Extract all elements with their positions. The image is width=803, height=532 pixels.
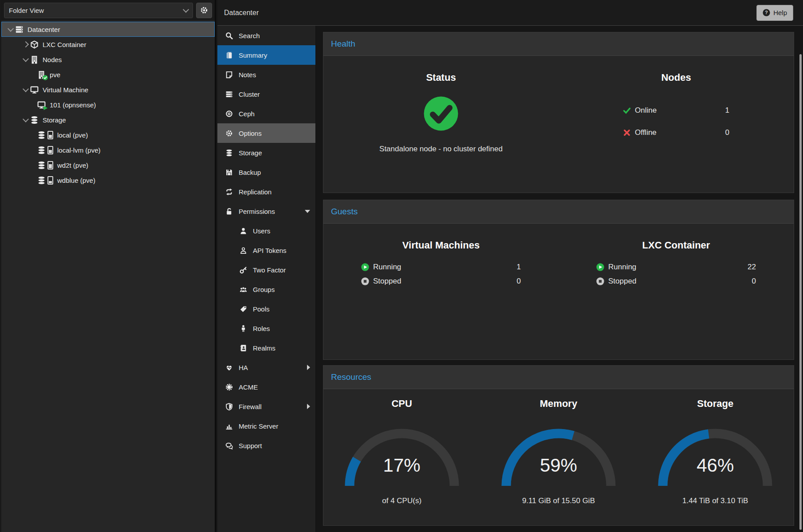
storage-usage-gauge-icon: [47, 131, 53, 139]
book-icon: [225, 51, 233, 59]
menu-item-storage[interactable]: Storage: [217, 143, 315, 162]
menu-item-ceph[interactable]: Ceph: [217, 104, 315, 123]
menu-item-search[interactable]: Search: [217, 26, 315, 45]
menu-item-label: Notes: [239, 71, 256, 79]
view-mode-label: Folder View: [9, 7, 44, 14]
menu-item-pools[interactable]: Pools: [217, 299, 315, 319]
menu-item-acme[interactable]: ACME: [217, 377, 315, 397]
tree-item-label: 101 (opnsense): [50, 101, 96, 109]
tree-item-label: Datacenter: [28, 26, 60, 33]
menu-item-backup[interactable]: Backup: [217, 162, 315, 182]
menu-item-users[interactable]: Users: [217, 221, 315, 240]
comments-icon: [225, 442, 233, 449]
chevron-down-icon[interactable]: [21, 118, 30, 122]
lxc-running-row: Running 22: [596, 260, 756, 274]
menu-item-notes[interactable]: Notes: [217, 65, 315, 84]
tree-item-nodes[interactable]: Nodes: [1, 52, 215, 67]
tree-item-storage-wd2t[interactable]: wd2t (pve): [1, 158, 215, 173]
row-label: Running: [373, 263, 401, 272]
nodes-online-row: Online 1: [623, 99, 729, 122]
tree-item-label: Storage: [43, 116, 66, 124]
database-icon: [30, 116, 39, 124]
status-heading: Status: [323, 56, 559, 83]
vertical-scrollbar[interactable]: [799, 54, 802, 530]
menu-item-two-factor[interactable]: Two Factor: [217, 260, 315, 280]
chevron-down-icon: [183, 7, 189, 13]
person-icon: [240, 325, 247, 332]
tree-item-label: local (pve): [57, 131, 88, 139]
cpu-heading: CPU: [323, 389, 480, 410]
storage-usage-gauge-icon: [47, 176, 53, 185]
storage-gauge-section: Storage 46% 1.44 TiB of 3.10 TiB: [637, 389, 794, 525]
tree-item-storage-local[interactable]: local (pve): [1, 127, 215, 142]
menu-item-firewall[interactable]: Firewall: [217, 397, 315, 416]
tree-item-lxc-container[interactable]: LXC Container: [1, 37, 215, 52]
menu-item-label: Pools: [253, 305, 270, 313]
menu-item-cluster[interactable]: Cluster: [217, 84, 315, 104]
gear-icon: [200, 6, 208, 14]
chevron-right-icon[interactable]: [21, 42, 30, 47]
shield-icon: [225, 403, 233, 410]
menu-item-metric-server[interactable]: Metric Server: [217, 416, 315, 436]
address-book-icon: [240, 344, 247, 352]
nodes-heading: Nodes: [559, 56, 794, 83]
menu-item-api-tokens[interactable]: API Tokens: [217, 240, 315, 260]
tree-item-storage-local-lvm[interactable]: local-lvm (pve): [1, 142, 215, 158]
unlock-icon: [225, 208, 233, 215]
tree-item-virtual-machine[interactable]: Virtual Machine: [1, 82, 215, 97]
guests-panel: Guests Virtual Machines Running 1 Stoppe…: [323, 200, 794, 360]
tree-item-storage-wdblue[interactable]: wdblue (pve): [1, 173, 215, 188]
menu-item-support[interactable]: Support: [217, 436, 315, 455]
guests-panel-title: Guests: [323, 200, 794, 224]
menu-item-summary[interactable]: Summary: [217, 45, 315, 65]
cpu-gauge: 17%: [340, 423, 464, 489]
view-mode-select[interactable]: Folder View: [4, 3, 193, 18]
menu-item-label: HA: [239, 364, 248, 371]
tree-toolbar: Folder View: [1, 0, 215, 20]
running-play-badge-icon: [43, 106, 48, 110]
cpu-percent-value: 17%: [340, 455, 464, 476]
memory-percent-value: 59%: [496, 455, 621, 476]
menu-item-roles[interactable]: Roles: [217, 319, 315, 338]
menu-item-ha[interactable]: HA: [217, 358, 315, 377]
menu-item-label: Users: [253, 227, 270, 235]
resources-panel: Resources CPU 17% of 4 CPU(s) Memory: [323, 365, 794, 526]
database-icon: [37, 161, 46, 169]
vm-heading: Virtual Machines: [323, 224, 559, 251]
tree-item-label: LXC Container: [43, 41, 86, 48]
cpu-subtext: of 4 CPU(s): [323, 497, 480, 505]
menu-item-label: Two Factor: [253, 266, 286, 274]
tree-item-label: Nodes: [43, 56, 62, 63]
gear-icon: [225, 130, 233, 137]
row-value: 0: [752, 277, 756, 286]
chevron-down-icon[interactable]: [21, 57, 30, 62]
search-icon: [225, 32, 233, 39]
menu-item-groups[interactable]: Groups: [217, 280, 315, 299]
tree-item-vm-101[interactable]: 101 (opnsense): [1, 97, 215, 112]
menu-item-label: Permissions: [239, 208, 275, 215]
menu-item-label: Groups: [253, 286, 275, 293]
menu-item-replication[interactable]: Replication: [217, 182, 315, 201]
row-label: Stopped: [608, 277, 636, 286]
menu-item-options[interactable]: Options: [217, 123, 315, 143]
help-button[interactable]: Help: [756, 5, 793, 21]
tree-item-storage[interactable]: Storage: [1, 112, 215, 127]
summary-content: Health Status Standalone node - no clust…: [316, 26, 803, 532]
datacenter-icon: [15, 25, 24, 34]
caret-right-icon: [307, 365, 310, 370]
menu-item-realms[interactable]: Realms: [217, 338, 315, 358]
cube-icon: [30, 40, 39, 49]
row-value: 22: [748, 263, 756, 272]
chevron-down-icon[interactable]: [21, 87, 30, 92]
menu-item-label: Summary: [239, 51, 267, 59]
tree-item-datacenter[interactable]: Datacenter: [1, 22, 215, 37]
chevron-down-icon[interactable]: [6, 27, 15, 32]
tree-settings-button[interactable]: [196, 3, 212, 18]
caret-down-icon: [305, 210, 310, 213]
tag-icon: [240, 305, 247, 313]
menu-item-label: Replication: [239, 188, 272, 196]
tree-item-pve[interactable]: pve: [1, 67, 215, 82]
database-icon: [37, 176, 46, 185]
row-label: Running: [608, 263, 636, 272]
menu-item-permissions[interactable]: Permissions: [217, 201, 315, 221]
